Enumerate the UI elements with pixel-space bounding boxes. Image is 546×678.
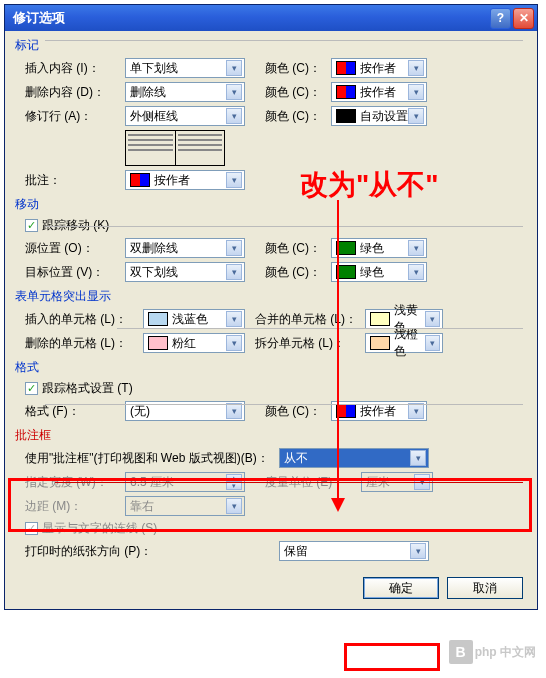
label-splitcell: 拆分单元格 (L)： — [255, 335, 365, 352]
label-margin: 边距 (M)： — [25, 498, 125, 515]
chevron-down-icon: ▾ — [226, 403, 242, 419]
table-preview — [125, 130, 225, 166]
label-insertcell: 插入的单元格 (L)： — [25, 311, 143, 328]
cancel-button[interactable]: 取消 — [447, 577, 523, 599]
label-color: 颜色 (C)： — [265, 403, 331, 420]
checkbox-trackformat-row[interactable]: ✓ 跟踪格式设置 (T) — [25, 380, 527, 397]
dialog-title: 修订选项 — [13, 9, 488, 27]
checkbox-trackmove[interactable]: ✓ — [25, 219, 38, 232]
chevron-down-icon: ▾ — [226, 264, 242, 280]
select-revline-color[interactable]: 自动设置▾ — [331, 106, 427, 126]
label-showlines: 显示与文字的连线 (S) — [42, 520, 157, 537]
label-format: 格式 (F)： — [25, 403, 125, 420]
chevron-down-icon: ▾ — [226, 498, 242, 514]
chevron-down-icon: ▾ — [425, 311, 440, 327]
select-targetpos[interactable]: 双下划线▾ — [125, 262, 245, 282]
select-insertcell[interactable]: 浅蓝色▾ — [143, 309, 245, 329]
select-sourcepos-color[interactable]: 绿色▾ — [331, 238, 427, 258]
watermark-logo-icon: B — [449, 640, 473, 664]
section-format: 格式 — [15, 359, 527, 376]
select-splitcell[interactable]: 浅橙色▾ — [365, 333, 443, 353]
select-targetpos-color[interactable]: 绿色▾ — [331, 262, 427, 282]
dialog-body: 标记 插入内容 (I)： 单下划线▾ 颜色 (C)： 按作者▾ 删除内容 (D)… — [5, 31, 537, 609]
label-targetpos: 目标位置 (V)： — [25, 264, 125, 281]
select-delete-color[interactable]: 按作者▾ — [331, 82, 427, 102]
label-deletecell: 删除的单元格 (L)： — [25, 335, 143, 352]
section-table: 表单元格突出显示 — [15, 288, 527, 305]
chevron-down-icon: ▾ — [226, 60, 242, 76]
section-move: 移动 — [15, 196, 527, 213]
annotation-box-ok — [344, 643, 440, 671]
chevron-down-icon: ▾ — [408, 108, 424, 124]
select-margin: 靠右▾ — [125, 496, 245, 516]
label-color: 颜色 (C)： — [265, 60, 331, 77]
spinner-down-icon: ▾ — [226, 482, 242, 490]
select-delete[interactable]: 删除线▾ — [125, 82, 245, 102]
chevron-down-icon: ▾ — [408, 264, 424, 280]
chevron-down-icon: ▾ — [408, 403, 424, 419]
chevron-down-icon: ▾ — [408, 240, 424, 256]
label-trackformat: 跟踪格式设置 (T) — [42, 380, 133, 397]
select-revline[interactable]: 外侧框线▾ — [125, 106, 245, 126]
chevron-down-icon: ▾ — [226, 240, 242, 256]
select-printorient[interactable]: 保留▾ — [279, 541, 429, 561]
label-printorient: 打印时的纸张方向 (P)： — [25, 543, 279, 560]
checkbox-showlines: ✓ — [25, 522, 38, 535]
label-sourcepos: 源位置 (O)： — [25, 240, 125, 257]
select-insert[interactable]: 单下划线▾ — [125, 58, 245, 78]
chevron-down-icon: ▾ — [410, 543, 426, 559]
close-button[interactable]: ✕ — [513, 8, 534, 29]
select-sourcepos[interactable]: 双删除线▾ — [125, 238, 245, 258]
label-color: 颜色 (C)： — [265, 108, 331, 125]
chevron-down-icon: ▾ — [226, 335, 242, 351]
watermark: B php 中文网 — [449, 640, 536, 664]
chevron-down-icon: ▾ — [226, 108, 242, 124]
checkbox-showlines-row: ✓ 显示与文字的连线 (S) — [25, 520, 527, 537]
chevron-down-icon: ▾ — [226, 172, 242, 188]
label-insert: 插入内容 (I)： — [25, 60, 125, 77]
select-useballoon[interactable]: 从不▾ — [279, 448, 429, 468]
titlebar[interactable]: 修订选项 ? ✕ — [5, 5, 537, 31]
label-revline: 修订行 (A)： — [25, 108, 125, 125]
section-balloon: 批注框 — [15, 427, 527, 444]
select-insert-color[interactable]: 按作者▾ — [331, 58, 427, 78]
dialog: 修订选项 ? ✕ 标记 插入内容 (I)： 单下划线▾ 颜色 (C)： 按作者▾… — [4, 4, 538, 610]
spinner-up-icon: ▴ — [226, 474, 242, 482]
label-color: 颜色 (C)： — [265, 264, 331, 281]
select-comment[interactable]: 按作者▾ — [125, 170, 245, 190]
label-comment: 批注： — [25, 172, 125, 189]
chevron-down-icon: ▾ — [410, 450, 426, 466]
chevron-down-icon: ▾ — [408, 60, 424, 76]
label-mergecell: 合并的单元格 (L)： — [255, 311, 365, 328]
chevron-down-icon: ▾ — [226, 84, 242, 100]
checkbox-trackformat[interactable]: ✓ — [25, 382, 38, 395]
chevron-down-icon: ▾ — [425, 335, 440, 351]
chevron-down-icon: ▾ — [226, 311, 242, 327]
select-deletecell[interactable]: 粉红▾ — [143, 333, 245, 353]
ok-button[interactable]: 确定 — [363, 577, 439, 599]
label-color: 颜色 (C)： — [265, 84, 331, 101]
help-button[interactable]: ? — [490, 8, 511, 29]
chevron-down-icon: ▾ — [408, 84, 424, 100]
label-useballoon: 使用"批注框"(打印视图和 Web 版式视图)(B)： — [25, 450, 279, 467]
label-delete: 删除内容 (D)： — [25, 84, 125, 101]
label-color: 颜色 (C)： — [265, 240, 331, 257]
